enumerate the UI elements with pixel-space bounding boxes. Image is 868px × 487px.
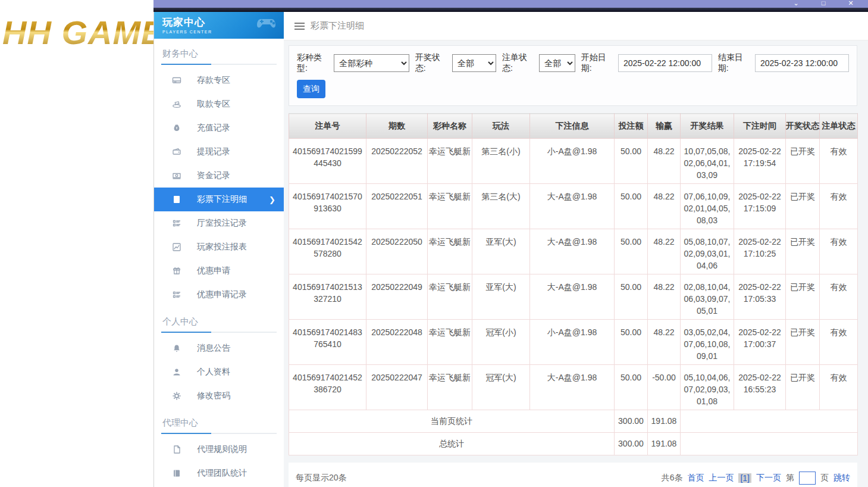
banknote-icon: [172, 171, 181, 180]
gamepad-icon: [256, 15, 278, 33]
sidebar-item[interactable]: 提现记录❯: [154, 140, 284, 164]
summary-bet-total: 300.00: [615, 410, 648, 433]
draw-status-select[interactable]: 全部: [452, 54, 496, 72]
table-cell: 幸运飞艇新: [428, 365, 472, 410]
table-cell: 小-A盘@1.98: [530, 139, 615, 184]
sidebar-item[interactable]: 优惠申请❯: [154, 259, 284, 283]
sidebar-item-label: 优惠申请记录: [197, 289, 247, 300]
document-lines-icon: [172, 195, 181, 204]
sidebar-item-label: 资金记录: [197, 170, 230, 181]
sidebar-item-label: 取款专区: [197, 99, 230, 110]
table-cell: 401569174021570913630: [289, 184, 366, 229]
sidebar-section-title: 代理中心: [154, 408, 284, 433]
sidebar-item-label: 存款专区: [197, 75, 230, 86]
sidebar-nav: 财务中心存款专区❯取款专区❯充值记录❯提现记录❯资金记录❯彩票下注明细❯厅室投注…: [154, 39, 284, 485]
table-cell: 2025-02-22 17:05:33: [734, 274, 786, 320]
section-underline: [161, 64, 277, 65]
summary-empty: [681, 433, 858, 455]
table-cell: 有效: [820, 320, 858, 365]
table-cell: 02,08,10,04,06,03,09,07,05,01: [681, 274, 734, 320]
table-cell: 已开奖: [786, 139, 820, 184]
table-cell: 亚军(大): [472, 274, 530, 320]
sidebar-item[interactable]: 代理规则说明❯: [154, 438, 284, 461]
prev-page-link[interactable]: 上一页: [709, 473, 734, 483]
sidebar-item[interactable]: 优惠申请记录❯: [154, 283, 284, 307]
sidebar-item[interactable]: 修改密码❯: [154, 384, 284, 408]
draw-status-label: 开奖状态:: [415, 52, 450, 74]
menu-toggle-icon[interactable]: [294, 21, 305, 32]
maximize-icon[interactable]: □: [810, 0, 837, 6]
main-content: 彩票下注明细 彩种类型: 全部彩种 开奖状态: 全部 注单状态:: [284, 12, 868, 487]
table-cell: 20250222047: [366, 365, 428, 410]
table-cell: 50.00: [615, 184, 648, 229]
sidebar-item[interactable]: 个人资料❯: [154, 360, 284, 384]
search-button[interactable]: 查询: [297, 80, 325, 98]
table-cell: 401569174021513327210: [289, 274, 366, 320]
sidebar-item[interactable]: 代理团队统计❯: [154, 461, 284, 485]
table-cell: 401569174021483765410: [289, 320, 366, 365]
next-page-link[interactable]: 下一页: [756, 473, 781, 483]
table-cell: 48.22: [648, 184, 681, 229]
jump-suffix-label: 页: [820, 473, 829, 483]
table-cell: 第三名(大): [472, 184, 530, 229]
sidebar-item[interactable]: 资金记录❯: [154, 164, 284, 188]
user-icon: [172, 367, 181, 377]
sidebar-item[interactable]: 取款专区❯: [154, 92, 284, 116]
sidebar-item[interactable]: 厅室投注记录❯: [154, 211, 284, 235]
table-cell: 亚军(大): [472, 229, 530, 274]
summary-row: 总统计300.00191.08: [289, 433, 858, 455]
table-cell: 有效: [820, 365, 858, 410]
table-cell: 10,07,05,08,02,06,04,01,03,09: [681, 139, 734, 184]
table-cell: 已开奖: [786, 365, 820, 410]
table-header-cell: 注单状态: [820, 114, 858, 139]
table-header-cell: 开奖状态: [786, 114, 820, 139]
sidebar-item-label: 彩票下注明细: [197, 194, 247, 205]
gift-icon: [172, 266, 181, 276]
table-cell: 2025-02-22 17:15:09: [734, 184, 786, 229]
table-row: 40156917402154257828020250222050幸运飞艇新亚军(…: [289, 229, 858, 274]
table-cell: 第三名(小): [472, 139, 530, 184]
table-cell: 有效: [820, 139, 858, 184]
table-cell: 50.00: [615, 274, 648, 320]
table-row: 40156917402145238672020250222047幸运飞艇新冠军(…: [289, 365, 858, 410]
order-status-select[interactable]: 全部: [539, 54, 575, 72]
first-page-link[interactable]: 首页: [687, 473, 704, 483]
table-cell: 50.00: [615, 139, 648, 184]
lottery-type-select[interactable]: 全部彩种: [334, 54, 409, 72]
table-cell: -50.00: [648, 365, 681, 410]
table-cell: 03,05,02,04,07,06,10,08,09,01: [681, 320, 734, 365]
table-cell: 已开奖: [786, 229, 820, 274]
sidebar-item[interactable]: 充值记录❯: [154, 116, 284, 140]
end-date-input[interactable]: [755, 54, 849, 72]
table-row: 40156917402151332721020250222049幸运飞艇新亚军(…: [289, 274, 858, 320]
table-cell: 07,06,10,09,02,01,04,05,08,03: [681, 184, 734, 229]
table-header-cell: 下注信息: [530, 114, 615, 139]
sidebar-item[interactable]: 玩家投注报表❯: [154, 235, 284, 259]
sidebar-item[interactable]: 消息公告❯: [154, 336, 284, 360]
sidebar-header: 玩家中心 PLAYERS CENTER: [154, 12, 284, 39]
table-row: 40156917402159944543020250222052幸运飞艇新第三名…: [289, 139, 858, 184]
table-cell: 48.22: [648, 139, 681, 184]
sidebar-section-title: 财务中心: [154, 39, 284, 64]
table-header-cell: 玩法: [472, 114, 530, 139]
start-date-input[interactable]: [618, 54, 712, 72]
start-date-label: 开始日期:: [581, 52, 616, 74]
table-cell: 48.22: [648, 274, 681, 320]
filter-panel: 彩种类型: 全部彩种 开奖状态: 全部 注单状态: 全部 开始日期:: [289, 45, 857, 106]
window-titlebar: ⌄ □ ✕: [153, 0, 868, 8]
table-header-cell: 输赢: [648, 114, 681, 139]
wallet-icon: [172, 147, 181, 157]
topbar: 彩票下注明细: [284, 12, 868, 40]
pagination-bar: 每页显示20条 共6条 首页 上一页 [1] 下一页 第 页 跳转: [289, 463, 857, 487]
close-icon[interactable]: ✕: [837, 0, 864, 6]
list-icon: [172, 218, 181, 228]
table-cell: 大-A盘@1.98: [530, 274, 615, 320]
table-cell: 大-A盘@1.98: [530, 184, 615, 229]
window-menu-icon[interactable]: ⌄: [782, 0, 810, 6]
jump-go-link[interactable]: 跳转: [833, 473, 850, 483]
sidebar-item[interactable]: 存款专区❯: [154, 68, 284, 92]
table-cell: 幸运飞艇新: [428, 184, 472, 229]
jump-page-input[interactable]: [799, 472, 816, 485]
sidebar-item[interactable]: 彩票下注明细❯: [154, 188, 284, 211]
card-machine-icon: [172, 76, 181, 85]
